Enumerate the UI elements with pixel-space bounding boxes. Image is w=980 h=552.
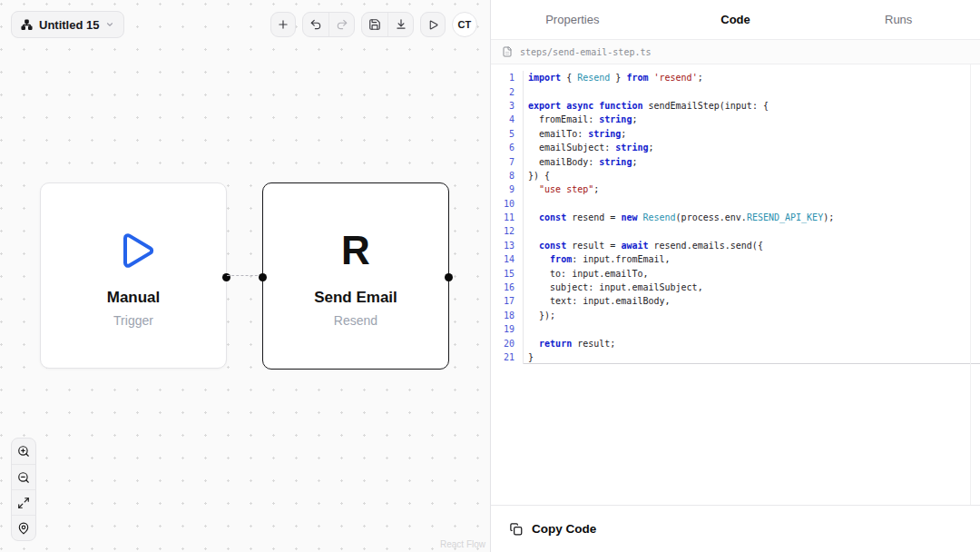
code-line[interactable]: 18 }); [491, 309, 980, 322]
locate-icon [17, 522, 30, 535]
code-line[interactable]: 7 emailBody: string; [491, 154, 980, 168]
code-line[interactable]: 3export async function sendEmailStep(inp… [491, 99, 980, 113]
redo-button[interactable] [328, 13, 354, 36]
fit-view-icon [17, 497, 30, 509]
zoom-out-button[interactable] [12, 464, 35, 489]
run-workflow-button[interactable] [420, 12, 446, 37]
tab-runs[interactable]: Runs [817, 0, 980, 39]
code-line[interactable]: 6 emailSubject: string; [491, 141, 980, 154]
save-button[interactable] [362, 13, 387, 36]
code-line[interactable]: 21} [491, 350, 980, 364]
user-avatar[interactable]: CT [452, 12, 477, 37]
file-path-bar: steps/send-email-step.ts [491, 40, 980, 64]
code-line[interactable]: 11 const resend = new Resend(process.env… [491, 211, 980, 224]
code-line[interactable]: 16 subject: input.emailSubject, [491, 281, 980, 294]
code-line[interactable]: 8}) { [491, 169, 980, 182]
code-line[interactable]: 5 emailTo: string; [491, 127, 980, 141]
zoom-in-button[interactable] [12, 439, 35, 464]
code-line[interactable]: 13 const result = await resend.emails.se… [491, 239, 980, 252]
locate-button[interactable] [12, 515, 35, 540]
redo-icon [336, 18, 348, 31]
source-handle[interactable] [445, 273, 453, 281]
add-node-button[interactable] [270, 12, 296, 37]
save-icon [368, 18, 381, 31]
node-title: Send Email [314, 289, 397, 307]
code-line[interactable]: 1import { Resend } from 'resend'; [491, 71, 980, 84]
file-icon [502, 46, 513, 57]
plus-icon [277, 18, 289, 31]
code-line[interactable]: 20 return result; [491, 336, 980, 350]
code-line[interactable]: 2 [491, 84, 980, 98]
node-subtitle: Resend [334, 313, 377, 328]
code-editor[interactable]: 1import { Resend } from 'resend';23expor… [491, 64, 980, 505]
code-line[interactable]: 19 [491, 322, 980, 336]
download-icon [395, 18, 407, 31]
canvas-toolbar: CT [270, 12, 477, 37]
tab-properties[interactable]: Properties [491, 0, 654, 39]
code-line[interactable]: 10 [491, 197, 980, 211]
file-path: steps/send-email-step.ts [520, 47, 652, 57]
download-button[interactable] [387, 13, 413, 36]
code-line[interactable]: 9 "use step"; [491, 182, 980, 196]
node-subtitle: Trigger [113, 313, 153, 328]
canvas-controls [11, 438, 36, 541]
code-line[interactable]: 15 to: input.emailTo, [491, 266, 980, 280]
code-line[interactable]: 17 text: input.emailBody, [491, 294, 980, 308]
tab-code[interactable]: Code [654, 0, 818, 39]
code-line[interactable]: 12 [491, 224, 980, 238]
zoom-in-icon [17, 445, 30, 458]
edge-manual-to-sendemail[interactable] [227, 275, 262, 276]
file-group [361, 12, 414, 37]
history-group [302, 12, 355, 37]
panel-tabs: Properties Code Runs [491, 0, 980, 40]
react-flow-attribution: React Flow [440, 539, 485, 549]
inspector-panel: Properties Code Runs steps/send-email-st… [490, 0, 980, 552]
fit-view-button[interactable] [12, 489, 35, 515]
workflow-canvas[interactable]: Untitled 15 [0, 0, 490, 552]
undo-icon [309, 18, 322, 31]
chevron-down-icon [105, 20, 114, 29]
copy-code-label: Copy Code [532, 522, 596, 536]
code-line[interactable]: 4 fromEmail: string; [491, 113, 980, 126]
target-handle[interactable] [259, 273, 267, 281]
run-icon [427, 19, 439, 31]
node-manual-trigger[interactable]: Manual Trigger [40, 182, 227, 369]
workflow-icon [21, 19, 33, 31]
resend-logo: R [341, 231, 370, 271]
copy-icon [509, 522, 523, 536]
node-title: Manual [107, 289, 161, 307]
code-line[interactable]: 14 from: input.fromEmail, [491, 252, 980, 266]
node-send-email[interactable]: R Send Email Resend [262, 182, 449, 370]
app-window: Untitled 15 [0, 0, 980, 552]
copy-code-button[interactable]: Copy Code [491, 505, 980, 552]
undo-button[interactable] [303, 13, 328, 36]
workflow-name-button[interactable]: Untitled 15 [11, 11, 124, 38]
workflow-name: Untitled 15 [39, 18, 99, 32]
zoom-out-icon [17, 471, 30, 484]
code-lines: 1import { Resend } from 'resend';23expor… [491, 71, 980, 364]
play-triangle-icon [112, 224, 155, 277]
